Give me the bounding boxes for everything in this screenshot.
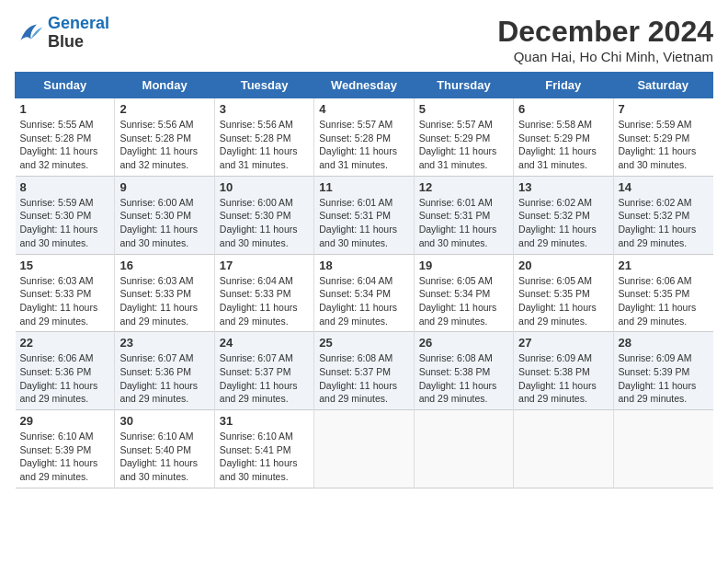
cell-info: Sunrise: 6:09 AMSunset: 5:39 PMDaylight:… [619,351,709,406]
cell-info: Sunrise: 6:07 AMSunset: 5:36 PMDaylight:… [119,351,209,406]
day-number: 25 [319,336,408,350]
calendar-cell: 31Sunrise: 6:10 AMSunset: 5:41 PMDayligh… [214,410,313,488]
day-number: 28 [619,336,709,350]
cell-info: Sunrise: 5:55 AMSunset: 5:28 PMDaylight:… [20,118,110,172]
day-number: 5 [419,102,508,116]
weekday-header: Thursday [414,73,513,98]
cell-info: Sunrise: 5:57 AMSunset: 5:29 PMDaylight:… [419,118,508,172]
day-number: 30 [119,414,209,428]
calendar-cell: 24Sunrise: 6:07 AMSunset: 5:37 PMDayligh… [214,332,313,410]
day-number: 6 [518,102,608,116]
cell-info: Sunrise: 6:01 AMSunset: 5:31 PMDaylight:… [319,196,408,250]
calendar-week-row: 15Sunrise: 6:03 AMSunset: 5:33 PMDayligh… [16,254,713,332]
calendar-cell: 19Sunrise: 6:05 AMSunset: 5:34 PMDayligh… [414,254,513,332]
day-number: 26 [419,336,508,350]
calendar-cell: 16Sunrise: 6:03 AMSunset: 5:33 PMDayligh… [115,254,214,332]
day-number: 21 [619,259,709,272]
day-number: 23 [119,336,209,350]
day-number: 16 [119,259,209,272]
cell-info: Sunrise: 6:04 AMSunset: 5:33 PMDaylight:… [220,274,309,328]
calendar-cell: 11Sunrise: 6:01 AMSunset: 5:31 PMDayligh… [314,176,414,254]
day-number: 10 [220,180,309,194]
calendar-table: SundayMondayTuesdayWednesdayThursdayFrid… [15,72,713,488]
calendar-cell: 15Sunrise: 6:03 AMSunset: 5:33 PMDayligh… [16,254,115,332]
day-number: 4 [319,102,408,116]
calendar-week-row: 22Sunrise: 6:06 AMSunset: 5:36 PMDayligh… [16,332,713,410]
calendar-cell [414,410,513,488]
calendar-cell: 14Sunrise: 6:02 AMSunset: 5:32 PMDayligh… [613,176,712,254]
day-number: 24 [220,336,309,350]
cell-info: Sunrise: 6:00 AMSunset: 5:30 PMDaylight:… [119,196,209,250]
calendar-cell [514,410,613,488]
weekday-header: Monday [115,73,214,98]
cell-info: Sunrise: 5:59 AMSunset: 5:29 PMDaylight:… [619,118,709,172]
cell-info: Sunrise: 5:58 AMSunset: 5:29 PMDaylight:… [518,118,608,172]
day-number: 2 [119,102,209,116]
cell-info: Sunrise: 6:03 AMSunset: 5:33 PMDaylight:… [20,274,110,328]
header-row: SundayMondayTuesdayWednesdayThursdayFrid… [16,73,713,98]
calendar-cell: 5Sunrise: 5:57 AMSunset: 5:29 PMDaylight… [414,98,513,177]
weekday-header: Saturday [613,73,712,98]
calendar-cell: 18Sunrise: 6:04 AMSunset: 5:34 PMDayligh… [314,254,414,332]
calendar-cell: 23Sunrise: 6:07 AMSunset: 5:36 PMDayligh… [115,332,214,410]
calendar-cell: 28Sunrise: 6:09 AMSunset: 5:39 PMDayligh… [613,332,712,410]
cell-info: Sunrise: 6:09 AMSunset: 5:38 PMDaylight:… [518,351,608,406]
calendar-cell: 7Sunrise: 5:59 AMSunset: 5:29 PMDaylight… [613,98,712,177]
title-block: December 2024 Quan Hai, Ho Chi Minh, Vie… [497,15,713,64]
calendar-cell: 1Sunrise: 5:55 AMSunset: 5:28 PMDaylight… [16,98,115,177]
calendar-cell: 9Sunrise: 6:00 AMSunset: 5:30 PMDaylight… [115,176,214,254]
day-number: 1 [20,102,110,116]
calendar-cell: 25Sunrise: 6:08 AMSunset: 5:37 PMDayligh… [314,332,414,410]
calendar-cell: 13Sunrise: 6:02 AMSunset: 5:32 PMDayligh… [514,176,613,254]
cell-info: Sunrise: 6:10 AMSunset: 5:40 PMDaylight:… [119,430,209,484]
cell-info: Sunrise: 6:06 AMSunset: 5:35 PMDaylight:… [619,274,709,328]
day-number: 15 [20,259,110,272]
day-number: 20 [518,259,608,272]
day-number: 31 [220,414,309,428]
day-number: 22 [20,336,110,350]
day-number: 13 [518,180,608,194]
page-title: December 2024 [497,15,713,49]
calendar-cell: 20Sunrise: 6:05 AMSunset: 5:35 PMDayligh… [514,254,613,332]
day-number: 3 [220,102,309,116]
cell-info: Sunrise: 5:57 AMSunset: 5:28 PMDaylight:… [319,118,408,172]
calendar-cell: 6Sunrise: 5:58 AMSunset: 5:29 PMDaylight… [514,98,613,177]
cell-info: Sunrise: 6:00 AMSunset: 5:30 PMDaylight:… [220,196,309,250]
day-number: 7 [619,102,709,116]
cell-info: Sunrise: 6:02 AMSunset: 5:32 PMDaylight:… [518,196,608,250]
day-number: 29 [20,414,110,428]
day-number: 11 [319,180,408,194]
day-number: 14 [619,180,709,194]
day-number: 8 [20,180,110,194]
weekday-header: Friday [514,73,613,98]
page-subtitle: Quan Hai, Ho Chi Minh, Vietnam [497,49,713,64]
calendar-cell: 17Sunrise: 6:04 AMSunset: 5:33 PMDayligh… [214,254,313,332]
cell-info: Sunrise: 6:01 AMSunset: 5:31 PMDaylight:… [419,196,508,250]
weekday-header: Tuesday [214,73,313,98]
cell-info: Sunrise: 5:56 AMSunset: 5:28 PMDaylight:… [119,118,209,172]
cell-info: Sunrise: 6:04 AMSunset: 5:34 PMDaylight:… [319,274,408,328]
calendar-cell: 2Sunrise: 5:56 AMSunset: 5:28 PMDaylight… [115,98,214,177]
cell-info: Sunrise: 6:03 AMSunset: 5:33 PMDaylight:… [119,274,209,328]
cell-info: Sunrise: 6:02 AMSunset: 5:32 PMDaylight:… [619,196,709,250]
calendar-cell: 21Sunrise: 6:06 AMSunset: 5:35 PMDayligh… [613,254,712,332]
cell-info: Sunrise: 5:59 AMSunset: 5:30 PMDaylight:… [20,196,110,250]
weekday-header: Sunday [16,73,115,98]
cell-info: Sunrise: 6:08 AMSunset: 5:37 PMDaylight:… [319,351,408,406]
calendar-cell [314,410,414,488]
cell-info: Sunrise: 6:10 AMSunset: 5:39 PMDaylight:… [20,430,110,484]
cell-info: Sunrise: 6:10 AMSunset: 5:41 PMDaylight:… [220,430,309,484]
day-number: 19 [419,259,508,272]
calendar-header: SundayMondayTuesdayWednesdayThursdayFrid… [16,73,713,98]
page-header: GeneralBlue December 2024 Quan Hai, Ho C… [15,15,713,64]
cell-info: Sunrise: 6:05 AMSunset: 5:34 PMDaylight:… [419,274,508,328]
cell-info: Sunrise: 6:07 AMSunset: 5:37 PMDaylight:… [220,351,309,406]
calendar-body: 1Sunrise: 5:55 AMSunset: 5:28 PMDaylight… [16,98,713,488]
cell-info: Sunrise: 6:08 AMSunset: 5:38 PMDaylight:… [419,351,508,406]
calendar-week-row: 29Sunrise: 6:10 AMSunset: 5:39 PMDayligh… [16,410,713,488]
calendar-cell: 3Sunrise: 5:56 AMSunset: 5:28 PMDaylight… [214,98,313,177]
day-number: 12 [419,180,508,194]
day-number: 9 [119,180,209,194]
cell-info: Sunrise: 6:05 AMSunset: 5:35 PMDaylight:… [518,274,608,328]
day-number: 17 [220,259,309,272]
